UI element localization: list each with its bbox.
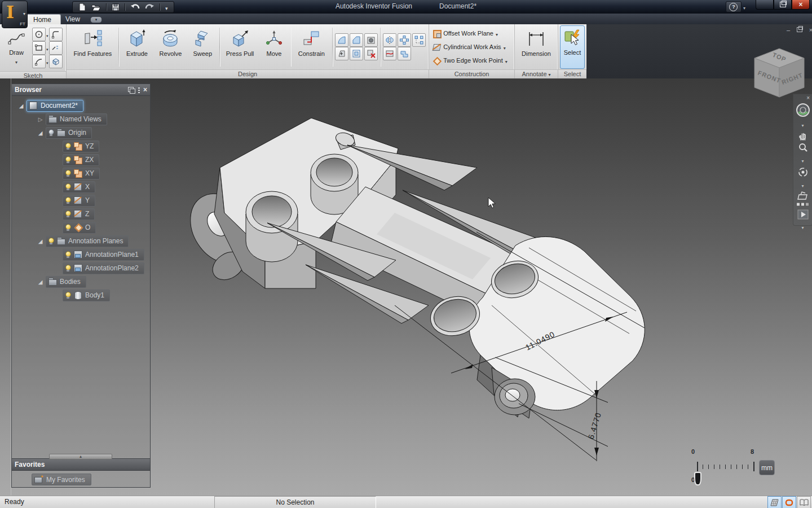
browser-tree-row[interactable]: Origin [12, 126, 150, 139]
tree-item[interactable]: Annotation Planes [46, 235, 129, 247]
browser-tree-row[interactable]: Body1 [12, 288, 150, 302]
tree-expander-icon[interactable] [54, 197, 61, 204]
panel-cascade-icon[interactable] [128, 87, 135, 93]
tree-item[interactable]: ZX [63, 154, 99, 166]
circular-pattern-button[interactable] [398, 33, 411, 47]
close-button[interactable] [792, 0, 810, 10]
construction-button[interactable]: Offset Work Plane [431, 27, 509, 40]
browser-tree-row[interactable]: AnnotationPlane2 [12, 261, 150, 275]
tree-expander-icon[interactable] [17, 102, 25, 110]
tree-expander-icon[interactable] [37, 116, 44, 123]
tree-expander-icon[interactable] [37, 278, 44, 286]
browser-close-icon[interactable]: × [143, 86, 147, 93]
tab-home[interactable]: Home [24, 14, 61, 25]
find-features-button[interactable]: Find Features [68, 25, 117, 69]
construction-caret-icon[interactable] [496, 28, 498, 38]
redo-button[interactable] [145, 3, 155, 11]
mirror-button[interactable] [383, 33, 396, 47]
help-book-button[interactable] [797, 496, 811, 508]
tree-item[interactable]: Body1 [63, 290, 110, 301]
zoom-button[interactable] [798, 143, 808, 153]
draft-button[interactable] [335, 47, 348, 60]
move-button[interactable]: Move [259, 25, 289, 69]
tree-item[interactable]: O [63, 222, 96, 234]
undo-button[interactable] [130, 3, 140, 11]
tree-item[interactable]: AnnotationPlane2 [63, 262, 144, 274]
panel-label-design[interactable]: Design [67, 69, 429, 78]
play-button[interactable] [797, 209, 809, 220]
tree-expander-icon[interactable] [54, 143, 61, 150]
tree-expander-icon[interactable] [37, 238, 44, 245]
browser-tree-row[interactable]: Z [12, 207, 150, 221]
doc-close-button[interactable]: × [807, 27, 812, 33]
application-menu-button[interactable]: I ▾ FT [2, 1, 28, 28]
tree-expander-icon[interactable] [54, 265, 61, 272]
browser-tree-row[interactable]: AnnotationPlane1 [12, 248, 150, 261]
tree-item[interactable]: Named Views [46, 113, 107, 125]
restore-button[interactable] [774, 0, 792, 10]
doc-restore-button[interactable] [796, 27, 803, 33]
circle-tool-button[interactable] [32, 28, 46, 41]
browser-header[interactable]: Browser × [12, 84, 150, 96]
visibility-bulb-icon[interactable] [48, 237, 54, 246]
tree-item[interactable]: XY [63, 168, 100, 179]
ribbon-options-caret-icon[interactable] [90, 16, 102, 23]
arc-tool-button[interactable] [32, 55, 46, 68]
visibility-bulb-icon[interactable] [65, 224, 71, 232]
tree-item[interactable]: X [63, 181, 95, 193]
browser-tree-row[interactable]: Annotation Planes [12, 234, 150, 248]
tree-expander-icon[interactable] [37, 129, 44, 137]
sketch-profile-toggle-button[interactable] [782, 496, 796, 508]
open-button[interactable] [91, 3, 101, 11]
visual-styles-button[interactable] [796, 202, 810, 208]
visibility-bulb-icon[interactable] [65, 142, 71, 151]
tree-item[interactable]: Y [63, 195, 95, 207]
help-button[interactable]: ? [726, 1, 742, 12]
panel-menu-icon[interactable] [138, 87, 140, 93]
view-cube[interactable]: TOP FRONT RIGHT [747, 45, 812, 102]
browser-tree-row[interactable]: Y [12, 194, 150, 207]
tree-item[interactable]: YZ [63, 141, 99, 152]
navbar-caret-icon[interactable] [801, 221, 804, 231]
steering-wheel-button[interactable] [796, 103, 810, 117]
visibility-bulb-icon[interactable] [65, 291, 71, 300]
my-favorites-item[interactable]: My Favorites [32, 474, 91, 485]
visibility-bulb-icon[interactable] [65, 264, 71, 273]
visibility-bulb-icon[interactable] [65, 196, 71, 205]
extrude-button[interactable]: Extrude [120, 25, 154, 69]
tree-item[interactable]: Z [63, 208, 95, 220]
rectangle-caret-icon[interactable] [46, 43, 48, 53]
save-button[interactable] [112, 3, 120, 11]
wheel-caret-icon[interactable] [801, 119, 804, 129]
look-at-button[interactable] [797, 191, 809, 200]
browser-tree-row[interactable]: ZX [12, 153, 150, 167]
split-face-button[interactable] [383, 47, 396, 60]
visibility-bulb-icon[interactable] [65, 156, 71, 164]
chamfer-button[interactable] [350, 33, 363, 47]
pan-button[interactable] [798, 131, 808, 141]
construction-button[interactable]: Two Edge Work Point [431, 54, 509, 67]
construction-caret-icon[interactable] [505, 55, 508, 65]
revolve-button[interactable]: Revolve [154, 25, 187, 69]
browser-tree-row[interactable]: Named Views [12, 112, 150, 126]
browser-tree-row[interactable]: O [12, 221, 150, 234]
visibility-bulb-icon[interactable] [48, 129, 54, 137]
minimize-button[interactable] [756, 0, 774, 10]
annotate-caret-icon[interactable] [547, 71, 551, 77]
navbar-close-icon[interactable]: × [806, 95, 810, 101]
visibility-bulb-icon[interactable] [65, 183, 71, 191]
dimension-button[interactable]: Dimension [517, 25, 556, 69]
tree-expander-icon[interactable] [54, 156, 61, 164]
visibility-bulb-icon[interactable] [65, 210, 71, 218]
flat-pattern-toggle-button[interactable] [767, 496, 782, 508]
browser-tree-row[interactable]: Document2* [12, 99, 150, 112]
tree-expander-icon[interactable] [54, 170, 61, 177]
new-document-button[interactable] [78, 3, 86, 11]
press-pull-button[interactable]: Press Pull [221, 25, 259, 69]
project-geometry-button[interactable] [49, 55, 63, 68]
browser-tree-row[interactable]: Bodies [12, 275, 150, 288]
help-dropdown-caret-icon[interactable] [743, 2, 745, 12]
tree-expander-icon[interactable] [54, 224, 61, 231]
arc-caret-icon[interactable] [46, 56, 48, 67]
select-button[interactable]: Select [560, 25, 585, 69]
